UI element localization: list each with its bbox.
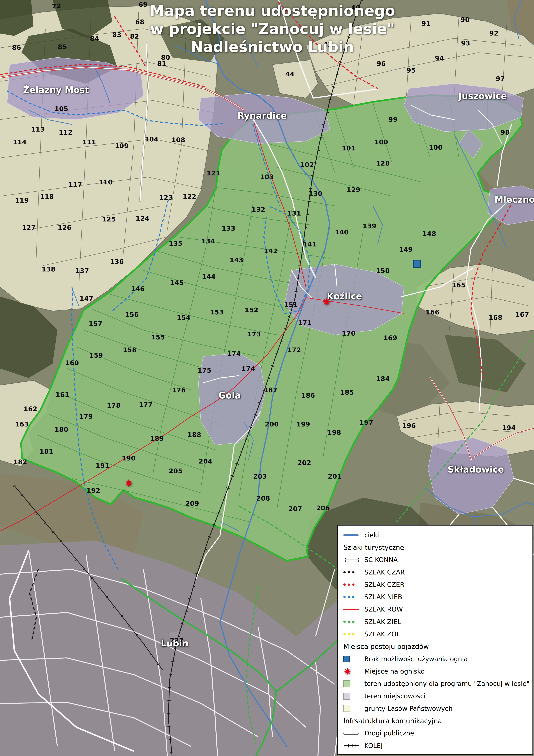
no-fire-site-marker	[413, 260, 421, 268]
legend-symbol	[343, 596, 362, 598]
map-title-line2: w projekcie "Zanocuj w lesie"	[134, 20, 411, 38]
no-fire-icon	[343, 656, 350, 662]
legend-label: teren miejscowości	[364, 692, 425, 700]
legend-symbol	[343, 571, 362, 573]
public-road-icon	[343, 732, 359, 735]
legend-row: SC KONNA	[343, 555, 527, 565]
town-swatch-icon	[343, 692, 350, 700]
legend-symbol	[343, 557, 362, 563]
legend-row: Drogi publiczne	[343, 728, 527, 738]
legend-row: grunty Lasów Państwowych	[343, 704, 527, 713]
trail-row-line-icon	[343, 609, 359, 610]
trail-blue-dots-icon	[343, 596, 354, 598]
legend-label: grunty Lasów Państwowych	[364, 705, 452, 712]
map-title-line1: Mapa terenu udostępnionego	[134, 2, 411, 20]
legend-symbol	[343, 742, 362, 749]
legend-header: Infrsatruktura komunikacyjna	[343, 716, 527, 726]
legend-label: Drogi publiczne	[364, 729, 414, 737]
legend-label: cieki	[364, 531, 379, 539]
legend-row: teren miejscowości	[343, 691, 527, 701]
map-page: 7269688382848685808140414344919092939496…	[0, 0, 534, 756]
legend-symbol	[343, 609, 362, 610]
fire-star-icon	[322, 297, 331, 306]
legend-label: SC KONNA	[364, 556, 398, 563]
legend-label: teren udostępniony dla programu "Zanocuj…	[364, 680, 530, 688]
legend-row: SZLAK CZER	[343, 580, 527, 589]
railway-icon	[343, 742, 360, 749]
legend-symbol	[343, 680, 362, 687]
legend-row: teren udostępniony dla programu "Zanocuj…	[343, 679, 527, 688]
fire-star-icon	[124, 479, 133, 487]
legend-label: KOLEJ	[364, 742, 383, 749]
legend-row: SZLAK ZOL	[343, 629, 527, 639]
fire-site-marker	[322, 297, 331, 306]
legend: ciekiSzlaki turystyczneSC KONNASZLAK CZA…	[337, 525, 533, 755]
zone-swatch-icon	[343, 680, 350, 687]
legend-row: SZLAK CZAR	[343, 567, 527, 577]
legend-label: SZLAK NIEB	[364, 593, 402, 601]
legend-row: SZLAK NIEB	[343, 592, 527, 602]
legend-symbol	[343, 534, 362, 536]
legend-symbol	[343, 621, 362, 623]
legend-symbol	[343, 732, 362, 735]
legend-symbol	[343, 583, 362, 586]
legend-row: KOLEJ	[343, 741, 527, 750]
legend-row: Miejsce na ognisko	[343, 666, 527, 676]
legend-row: Brak możliwości używania ognia	[343, 654, 527, 664]
trail-black-dots-icon	[343, 571, 354, 573]
map-title-line3: Nadleśnictwo Lubin	[134, 38, 411, 56]
legend-symbol	[343, 705, 362, 712]
trail-red-dots-icon	[343, 583, 354, 586]
legend-symbol	[343, 633, 362, 635]
legend-row: SZLAK ZIEL	[343, 617, 527, 627]
legend-label: SZLAK ZIEL	[364, 618, 401, 626]
legend-label: SZLAK ROW	[364, 606, 403, 613]
legend-label: SZLAK ZOL	[364, 631, 400, 638]
trail-yellow-dots-icon	[343, 633, 354, 635]
horse-trail-icon	[343, 557, 360, 563]
legend-header: Szlaki turystyczne	[343, 543, 527, 553]
legend-row: cieki	[343, 530, 527, 540]
forest-swatch-icon	[343, 705, 350, 712]
legend-symbol	[343, 656, 362, 662]
fire-star-icon	[343, 667, 351, 675]
legend-label: Brak możliwości używania ognia	[364, 655, 468, 663]
legend-symbol	[343, 667, 362, 675]
fire-site-marker	[124, 479, 133, 487]
legend-label: SZLAK CZER	[364, 581, 404, 588]
legend-label: SZLAK CZAR	[364, 569, 405, 576]
legend-label: Miejsce na ognisko	[364, 668, 425, 675]
stream-line-icon	[343, 534, 359, 536]
legend-symbol	[343, 692, 362, 700]
trail-green-dots-icon	[343, 621, 354, 623]
legend-row: SZLAK ROW	[343, 605, 527, 614]
map-title: Mapa terenu udostępnionego w projekcie "…	[134, 2, 411, 56]
legend-header: Miejsca postoju pojazdów	[343, 642, 527, 651]
